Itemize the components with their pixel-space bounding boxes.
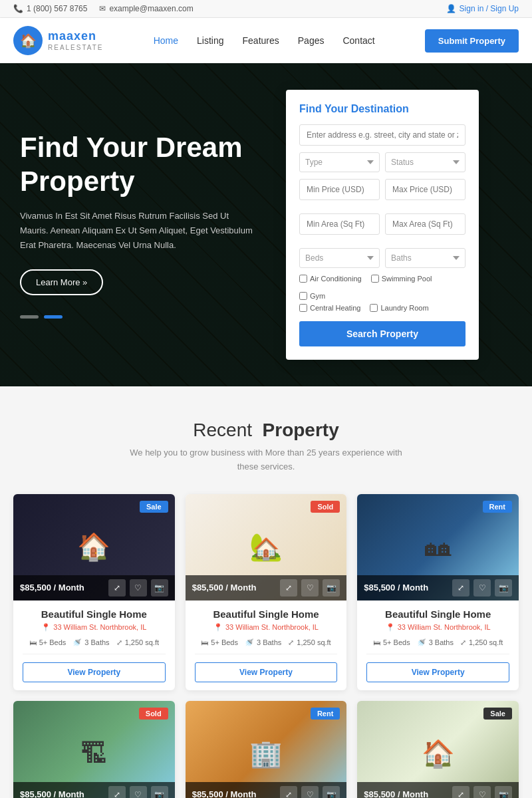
nav-pages[interactable]: Pages	[298, 35, 325, 46]
amenities: Air Conditioning Swimming Pool Gym Centr…	[299, 275, 466, 312]
property-specs: 🛏 5+ Beds 🚿 3 Baths ⤢ 1,250 sq.ft	[23, 638, 166, 654]
max-price-input[interactable]	[385, 179, 466, 200]
email-icon: ✉	[99, 4, 106, 13]
top-bar: 📞 1 (800) 567 8765 ✉ example@maaxen.com …	[0, 0, 532, 18]
card-actions: ⤢ ♡ 📷	[108, 579, 168, 597]
central-heating-check[interactable]: Central Heating	[299, 304, 360, 312]
gym-check[interactable]: Gym	[299, 292, 325, 300]
property-price: $85,500 / Month	[364, 789, 428, 798]
favorite-button[interactable]: ♡	[130, 579, 147, 597]
section-subtitle: We help you to grow business with More t…	[13, 446, 519, 474]
property-card: 🏘 Rent $85,500 / Month ⤢ ♡ 📷 Beautiful S…	[357, 494, 519, 690]
amenity-row-2: Central Heating Laundry Room	[299, 304, 466, 312]
hero-section: Find Your Dream Property Vivamus In Est …	[0, 63, 532, 386]
share-button[interactable]: ⤢	[280, 786, 297, 798]
view-property-button[interactable]: View Property	[366, 662, 509, 682]
share-button[interactable]: ⤢	[452, 786, 469, 798]
search-panel: Find Your Destination Type House Apartme…	[286, 90, 479, 360]
property-location: 📍 33 William St. Northbrook, IL	[195, 623, 338, 632]
gallery-button[interactable]: 📷	[151, 579, 168, 597]
baths-select[interactable]: Baths 1234	[385, 248, 466, 268]
bed-icon: 🛏	[29, 638, 37, 646]
gallery-button[interactable]: 📷	[151, 786, 168, 798]
favorite-button[interactable]: ♡	[301, 786, 319, 798]
location-text: 33 William St. Northbrook, IL	[53, 623, 146, 631]
price-bar: $85,500 / Month ⤢ ♡ 📷	[186, 575, 347, 600]
dot-1	[20, 315, 39, 319]
address-input[interactable]	[299, 124, 466, 146]
laundry-room-check[interactable]: Laundry Room	[370, 304, 428, 312]
property-card: 🏗 Sold $85,500 / Month ⤢ ♡ 📷 Beautiful S…	[13, 701, 175, 798]
air-conditioning-check[interactable]: Air Conditioning	[299, 275, 362, 283]
bath-icon: 🚿	[417, 638, 426, 647]
signin-label[interactable]: Sign in / Sign Up	[460, 4, 519, 13]
nav-home[interactable]: Home	[154, 35, 178, 46]
area-spec: ⤢ 1,250 sq.ft	[460, 638, 503, 647]
min-area-input[interactable]	[299, 213, 380, 235]
baths-value: 3 Baths	[84, 638, 109, 646]
location-icon: 📍	[213, 623, 223, 632]
property-title: Beautiful Single Home	[23, 608, 166, 620]
logo: 🏠 maaxen RealEstate	[13, 26, 104, 55]
nav-listing[interactable]: Listing	[197, 35, 223, 46]
price-bar: $85,500 / Month ⤢ ♡ 📷	[357, 782, 519, 798]
area-row	[299, 213, 466, 241]
signin-link[interactable]: 👤 Sign in / Sign Up	[446, 4, 519, 13]
property-badge: Sold	[139, 708, 168, 720]
site-header: 🏠 maaxen RealEstate Home Listing Feature…	[0, 18, 532, 63]
property-card: 🏠 Sale $85,500 / Month ⤢ ♡ 📷 Beautiful S…	[357, 701, 519, 798]
price-bar: $85,500 / Month ⤢ ♡ 📷	[186, 782, 347, 798]
user-icon: 👤	[446, 4, 456, 13]
area-spec: ⤢ 1,250 sq.ft	[116, 638, 159, 647]
beds-value: 5+ Beds	[39, 638, 66, 646]
card-actions: ⤢ ♡ 📷	[452, 786, 512, 798]
share-button[interactable]: ⤢	[280, 579, 297, 597]
nav-features[interactable]: Features	[243, 35, 279, 46]
favorite-button[interactable]: ♡	[301, 579, 319, 597]
min-price-input[interactable]	[299, 179, 380, 200]
search-property-button[interactable]: Search Property	[299, 321, 466, 346]
baths-spec: 🚿 3 Baths	[72, 638, 109, 647]
gallery-button[interactable]: 📷	[323, 579, 340, 597]
location-icon: 📍	[386, 623, 395, 632]
submit-property-button[interactable]: Submit Property	[425, 29, 519, 53]
view-property-button[interactable]: View Property	[195, 662, 338, 682]
view-property-button[interactable]: View Property	[23, 662, 166, 682]
gallery-button[interactable]: 📷	[323, 786, 340, 798]
gallery-button[interactable]: 📷	[495, 579, 512, 597]
property-card: 🏡 Sold $85,500 / Month ⤢ ♡ 📷 Beautiful S…	[186, 494, 347, 690]
type-select[interactable]: Type House Apartment Condo	[299, 152, 380, 172]
beds-spec: 🛏 5+ Beds	[201, 638, 238, 647]
nav-contact[interactable]: Contact	[342, 35, 374, 46]
location-icon: 📍	[41, 623, 51, 632]
favorite-button[interactable]: ♡	[130, 786, 147, 798]
share-button[interactable]: ⤢	[452, 579, 469, 597]
property-price: $85,500 / Month	[20, 789, 84, 798]
favorite-button[interactable]: ♡	[473, 579, 491, 597]
logo-text: maaxen RealEstate	[48, 29, 104, 52]
learn-more-button[interactable]: Learn More »	[20, 269, 103, 295]
card-body: Beautiful Single Home 📍 33 William St. N…	[357, 600, 519, 690]
status-select[interactable]: Status For Sale For Rent Sold	[385, 152, 466, 172]
area-value: 1,250 sq.ft	[125, 638, 159, 646]
swimming-pool-check[interactable]: Swimming Pool	[371, 275, 432, 283]
section-title: Recent Property	[13, 420, 519, 441]
price-row	[299, 179, 466, 207]
gallery-button[interactable]: 📷	[495, 786, 512, 798]
share-button[interactable]: ⤢	[108, 786, 126, 798]
property-price: $85,500 / Month	[192, 583, 257, 593]
beds-select[interactable]: Beds 12345+	[299, 248, 380, 268]
beds-value: 5+ Beds	[383, 638, 410, 646]
baths-spec: 🚿 3 Baths	[245, 638, 281, 647]
search-title: Find Your Destination	[299, 103, 466, 115]
property-badge: Sold	[311, 501, 340, 513]
type-status-row: Type House Apartment Condo Status For Sa…	[299, 152, 466, 172]
beds-spec: 🛏 5+ Beds	[373, 638, 410, 647]
max-area-input[interactable]	[385, 213, 466, 235]
brand-sub: RealEstate	[48, 44, 104, 52]
card-actions: ⤢ ♡ 📷	[452, 579, 512, 597]
property-card: 🏢 Rent $85,500 / Month ⤢ ♡ 📷 Beautiful S…	[186, 701, 347, 798]
share-button[interactable]: ⤢	[108, 579, 126, 597]
main-nav: Home Listing Features Pages Contact	[154, 35, 375, 46]
favorite-button[interactable]: ♡	[473, 786, 491, 798]
